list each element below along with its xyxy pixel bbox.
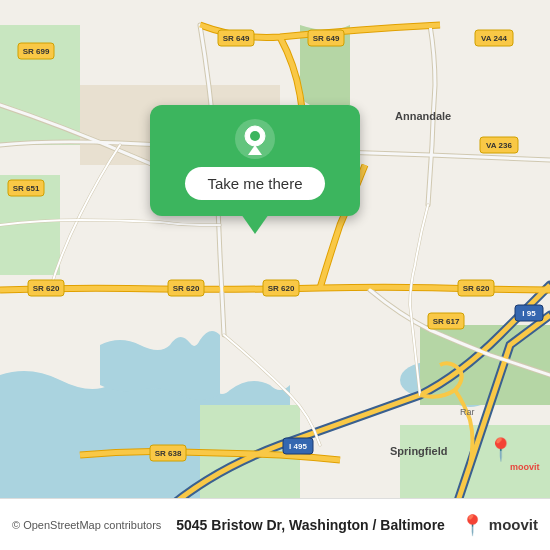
svg-text:Springfield: Springfield [390, 445, 447, 457]
svg-text:SR 617: SR 617 [433, 317, 460, 326]
svg-rect-4 [420, 325, 550, 405]
svg-text:VA 236: VA 236 [486, 141, 512, 150]
svg-text:SR 638: SR 638 [155, 449, 182, 458]
svg-point-46 [250, 131, 260, 141]
take-me-there-button[interactable]: Take me there [185, 167, 324, 200]
map-svg: SR 699 SR 649 SR 649 SR 651 VA 236 VA 24… [0, 0, 550, 550]
svg-text:I 495: I 495 [289, 442, 307, 451]
moovit-logo: 📍 moovit [460, 513, 538, 537]
map-attribution: © OpenStreetMap contributors [12, 519, 161, 531]
location-popup: Take me there [150, 105, 360, 216]
svg-text:SR 620: SR 620 [33, 284, 60, 293]
map-container: SR 699 SR 649 SR 649 SR 651 VA 236 VA 24… [0, 0, 550, 550]
svg-text:SR 620: SR 620 [268, 284, 295, 293]
svg-text:📍: 📍 [487, 436, 515, 463]
svg-text:moovit: moovit [510, 462, 540, 472]
moovit-brand-name: moovit [489, 516, 538, 533]
svg-text:SR 651: SR 651 [13, 184, 40, 193]
svg-text:SR 649: SR 649 [313, 34, 340, 43]
moovit-pin-icon: 📍 [460, 513, 485, 537]
svg-text:VA 244: VA 244 [481, 34, 507, 43]
address-label: 5045 Bristow Dr, Washington / Baltimore [161, 517, 459, 533]
svg-text:Rar: Rar [460, 407, 475, 417]
bottom-bar: © OpenStreetMap contributors 5045 Bristo… [0, 498, 550, 550]
svg-text:Annandale: Annandale [395, 110, 451, 122]
map-pin-icon [235, 119, 275, 159]
svg-text:SR 699: SR 699 [23, 47, 50, 56]
svg-text:SR 620: SR 620 [463, 284, 490, 293]
svg-text:SR 620: SR 620 [173, 284, 200, 293]
svg-text:SR 649: SR 649 [223, 34, 250, 43]
svg-text:I 95: I 95 [522, 309, 536, 318]
